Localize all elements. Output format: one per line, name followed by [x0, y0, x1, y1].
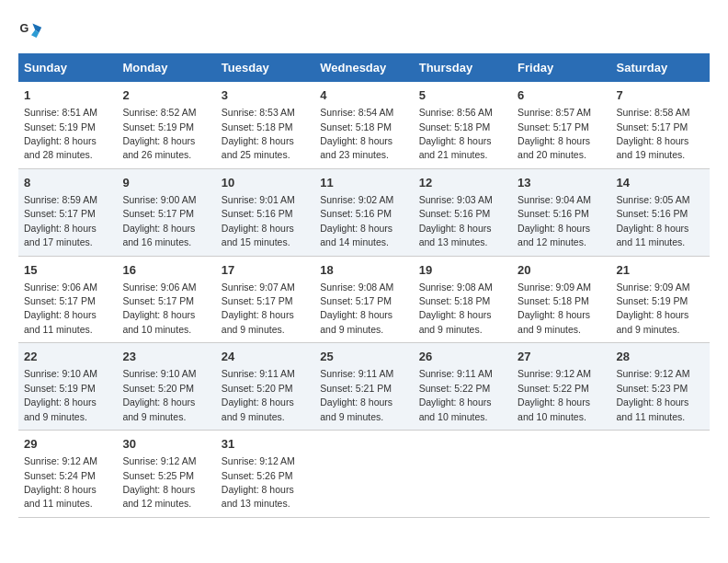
sunset-text: Sunset: 5:18 PM — [222, 121, 293, 132]
daylight-text: Daylight: 8 hours and 16 minutes. — [122, 223, 195, 247]
day-number: 8 — [24, 175, 111, 191]
sunset-text: Sunset: 5:18 PM — [419, 295, 491, 306]
day-number: 29 — [24, 436, 111, 453]
daylight-text: Daylight: 8 hours and 14 minutes. — [320, 223, 392, 247]
sunset-text: Sunset: 5:19 PM — [24, 383, 96, 394]
sunset-text: Sunset: 5:20 PM — [122, 383, 194, 394]
sunrise-text: Sunrise: 9:00 AM — [122, 194, 196, 205]
svg-text:G: G — [19, 22, 28, 35]
calendar-cell: 20Sunrise: 9:09 AMSunset: 5:18 PMDayligh… — [512, 256, 610, 343]
daylight-text: Daylight: 8 hours and 9 minutes. — [518, 309, 590, 334]
sunrise-text: Sunrise: 9:11 AM — [222, 368, 295, 379]
day-number: 31 — [222, 436, 309, 453]
day-number: 30 — [122, 436, 210, 453]
calendar-cell: 22Sunrise: 9:10 AMSunset: 5:19 PMDayligh… — [18, 343, 117, 431]
day-number: 17 — [222, 262, 309, 279]
calendar-cell: 9Sunrise: 9:00 AMSunset: 5:17 PMDaylight… — [117, 168, 215, 256]
sunset-text: Sunset: 5:21 PM — [320, 383, 392, 394]
calendar-week-row: 1Sunrise: 8:51 AMSunset: 5:19 PMDaylight… — [18, 82, 710, 168]
calendar-cell: 27Sunrise: 9:12 AMSunset: 5:22 PMDayligh… — [512, 343, 610, 431]
sunset-text: Sunset: 5:16 PM — [222, 208, 293, 219]
sunrise-text: Sunrise: 9:12 AM — [617, 368, 690, 379]
sunrise-text: Sunrise: 9:11 AM — [320, 368, 393, 379]
calendar-cell: 24Sunrise: 9:11 AMSunset: 5:20 PMDayligh… — [216, 343, 314, 431]
calendar-cell: 31Sunrise: 9:12 AMSunset: 5:26 PMDayligh… — [216, 431, 314, 518]
calendar-cell: 18Sunrise: 9:08 AMSunset: 5:17 PMDayligh… — [314, 256, 413, 343]
sunset-text: Sunset: 5:19 PM — [617, 295, 688, 306]
sunrise-text: Sunrise: 8:59 AM — [24, 194, 97, 205]
header-row: SundayMondayTuesdayWednesdayThursdayFrid… — [18, 53, 710, 82]
calendar-cell: 3Sunrise: 8:53 AMSunset: 5:18 PMDaylight… — [216, 82, 314, 168]
sunrise-text: Sunrise: 9:08 AM — [320, 282, 393, 293]
sunset-text: Sunset: 5:23 PM — [617, 383, 688, 394]
day-number: 28 — [617, 349, 704, 365]
daylight-text: Daylight: 8 hours and 26 minutes. — [122, 135, 195, 160]
day-number: 27 — [518, 349, 605, 365]
header-day: Friday — [512, 53, 610, 82]
sunrise-text: Sunrise: 8:56 AM — [419, 107, 493, 118]
header-day: Wednesday — [314, 53, 413, 82]
sunset-text: Sunset: 5:16 PM — [617, 208, 688, 219]
day-number: 23 — [122, 349, 210, 365]
daylight-text: Daylight: 8 hours and 10 minutes. — [518, 396, 590, 421]
day-number: 25 — [320, 349, 407, 365]
calendar-cell: 8Sunrise: 8:59 AMSunset: 5:17 PMDaylight… — [18, 168, 117, 256]
daylight-text: Daylight: 8 hours and 10 minutes. — [122, 309, 195, 334]
day-number: 19 — [419, 262, 506, 279]
sunrise-text: Sunrise: 9:02 AM — [320, 194, 393, 205]
sunrise-text: Sunrise: 8:58 AM — [617, 107, 690, 118]
sunrise-text: Sunrise: 9:11 AM — [419, 368, 493, 379]
daylight-text: Daylight: 8 hours and 11 minutes. — [24, 309, 97, 334]
header-day: Tuesday — [216, 53, 314, 82]
sunset-text: Sunset: 5:17 PM — [320, 295, 392, 306]
day-number: 15 — [24, 262, 111, 279]
calendar-table: SundayMondayTuesdayWednesdayThursdayFrid… — [18, 53, 710, 518]
day-number: 11 — [320, 175, 407, 191]
sunset-text: Sunset: 5:25 PM — [122, 470, 194, 481]
calendar-cell: 4Sunrise: 8:54 AMSunset: 5:18 PMDaylight… — [314, 82, 413, 168]
calendar-week-row: 15Sunrise: 9:06 AMSunset: 5:17 PMDayligh… — [18, 256, 710, 343]
day-number: 21 — [617, 262, 704, 279]
header-day: Monday — [117, 53, 215, 82]
daylight-text: Daylight: 8 hours and 20 minutes. — [518, 135, 590, 160]
sunset-text: Sunset: 5:19 PM — [122, 121, 194, 132]
sunset-text: Sunset: 5:20 PM — [222, 383, 293, 394]
day-number: 1 — [24, 87, 111, 104]
sunset-text: Sunset: 5:24 PM — [24, 470, 96, 481]
daylight-text: Daylight: 8 hours and 9 minutes. — [419, 309, 492, 334]
sunrise-text: Sunrise: 9:06 AM — [122, 282, 196, 293]
calendar-cell: 14Sunrise: 9:05 AMSunset: 5:16 PMDayligh… — [611, 168, 710, 256]
daylight-text: Daylight: 8 hours and 19 minutes. — [617, 135, 689, 160]
calendar-cell: 15Sunrise: 9:06 AMSunset: 5:17 PMDayligh… — [18, 256, 117, 343]
page-header: G — [18, 18, 710, 44]
calendar-cell: 11Sunrise: 9:02 AMSunset: 5:16 PMDayligh… — [314, 168, 413, 256]
sunrise-text: Sunrise: 9:04 AM — [518, 194, 591, 205]
calendar-cell — [611, 431, 710, 518]
daylight-text: Daylight: 8 hours and 9 minutes. — [24, 396, 97, 421]
calendar-week-row: 22Sunrise: 9:10 AMSunset: 5:19 PMDayligh… — [18, 343, 710, 431]
day-number: 16 — [122, 262, 210, 279]
logo-icon: G — [18, 18, 44, 44]
sunrise-text: Sunrise: 9:12 AM — [122, 455, 196, 466]
sunrise-text: Sunrise: 9:01 AM — [222, 194, 295, 205]
sunrise-text: Sunrise: 9:08 AM — [419, 282, 493, 293]
calendar-cell: 13Sunrise: 9:04 AMSunset: 5:16 PMDayligh… — [512, 168, 610, 256]
calendar-body: 1Sunrise: 8:51 AMSunset: 5:19 PMDaylight… — [18, 82, 710, 517]
calendar-cell — [414, 431, 512, 518]
sunset-text: Sunset: 5:26 PM — [222, 470, 293, 481]
daylight-text: Daylight: 8 hours and 9 minutes. — [320, 309, 392, 334]
calendar-cell: 10Sunrise: 9:01 AMSunset: 5:16 PMDayligh… — [216, 168, 314, 256]
day-number: 12 — [419, 175, 506, 191]
sunrise-text: Sunrise: 8:53 AM — [222, 107, 295, 118]
day-number: 6 — [518, 87, 605, 104]
calendar-week-row: 8Sunrise: 8:59 AMSunset: 5:17 PMDaylight… — [18, 168, 710, 256]
sunset-text: Sunset: 5:16 PM — [518, 208, 589, 219]
calendar-cell — [512, 431, 610, 518]
header-day: Thursday — [414, 53, 512, 82]
day-number: 4 — [320, 87, 407, 104]
calendar-cell: 16Sunrise: 9:06 AMSunset: 5:17 PMDayligh… — [117, 256, 215, 343]
daylight-text: Daylight: 8 hours and 9 minutes. — [222, 396, 294, 421]
day-number: 3 — [222, 87, 309, 104]
daylight-text: Daylight: 8 hours and 11 minutes. — [617, 396, 689, 421]
day-number: 7 — [617, 87, 704, 104]
